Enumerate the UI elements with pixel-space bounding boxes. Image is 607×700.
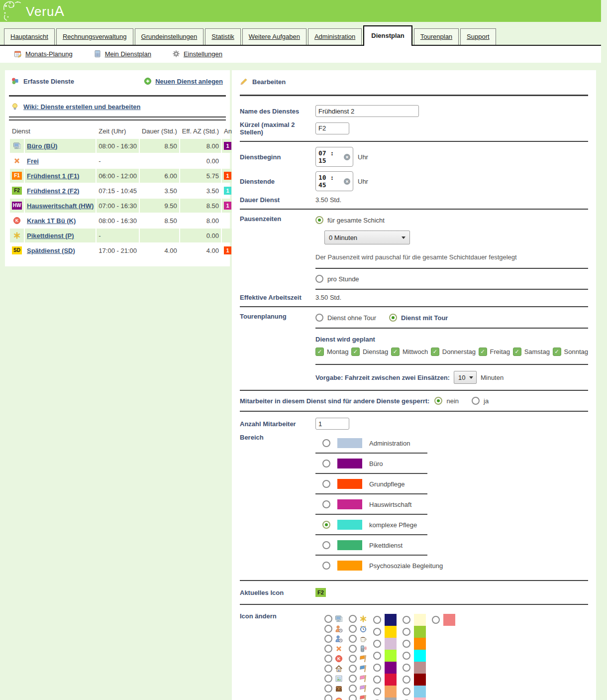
icon-option-row[interactable] — [324, 624, 343, 634]
color-radio[interactable] — [373, 616, 381, 624]
icon-radio[interactable] — [349, 655, 357, 663]
dienstbeginn-input[interactable]: 07 : 15 × — [315, 147, 353, 167]
icon-option-row[interactable] — [324, 664, 343, 674]
icon-option-row[interactable] — [349, 614, 367, 624]
color-radio[interactable] — [373, 640, 381, 648]
icon-radio[interactable] — [349, 695, 357, 700]
service-link[interactable]: Krank 1T Bü (K) — [27, 217, 76, 225]
color-option-row[interactable] — [373, 650, 397, 662]
icon-option-row[interactable] — [324, 694, 343, 700]
color-radio[interactable] — [403, 664, 410, 672]
bereich-option[interactable]: Büro — [315, 454, 588, 473]
weekday-option[interactable]: Donnerstag — [431, 348, 476, 356]
weekday-checkbox[interactable] — [513, 348, 521, 356]
icon-radio[interactable] — [324, 645, 332, 653]
color-option-row[interactable] — [403, 638, 426, 650]
bereich-option[interactable]: Grundpflege — [315, 474, 588, 493]
icon-option-row[interactable] — [324, 674, 343, 684]
color-radio[interactable] — [373, 628, 381, 636]
icon-radio[interactable] — [349, 625, 357, 633]
weekday-option[interactable]: Montag — [315, 348, 348, 356]
subnav-item[interactable]: Einstellungen — [172, 50, 222, 58]
dienstende-input[interactable]: 10 : 45 × — [315, 171, 353, 191]
weekday-checkbox[interactable] — [479, 348, 487, 356]
icon-radio[interactable] — [349, 665, 357, 673]
color-option-row[interactable] — [373, 638, 397, 650]
bereich-radio[interactable] — [322, 439, 330, 447]
weekday-checkbox[interactable] — [431, 348, 439, 356]
pause-gesamte-schicht-radio[interactable] — [315, 216, 323, 224]
color-option-row[interactable] — [403, 614, 426, 626]
icon-option-row[interactable] — [349, 624, 367, 634]
icon-radio[interactable] — [349, 635, 357, 643]
icon-option-row[interactable] — [349, 644, 367, 654]
dienst-mit-tour-radio[interactable] — [389, 314, 397, 322]
bereich-option[interactable]: komplexe Pflege — [315, 515, 588, 534]
weekday-option[interactable]: Dienstag — [351, 348, 388, 356]
main-tab[interactable]: Weitere Aufgaben — [242, 28, 306, 45]
icon-radio[interactable] — [349, 645, 357, 653]
color-radio[interactable] — [373, 676, 381, 684]
color-radio[interactable] — [432, 616, 440, 624]
color-option-row[interactable] — [373, 662, 397, 674]
clear-time-icon[interactable]: × — [344, 154, 350, 160]
bereich-option[interactable]: Administration — [315, 433, 588, 453]
bereich-radio[interactable] — [322, 521, 330, 529]
weekday-option[interactable]: Samstag — [513, 348, 550, 356]
icon-radio[interactable] — [324, 625, 332, 633]
color-option-row[interactable] — [432, 614, 455, 626]
icon-radio[interactable] — [324, 665, 332, 673]
icon-option-row[interactable] — [324, 634, 343, 644]
color-option-row[interactable] — [403, 674, 426, 686]
bereich-radio[interactable] — [322, 562, 330, 570]
color-option-row[interactable] — [403, 650, 426, 662]
fahrzeit-select[interactable]: 10 — [454, 371, 477, 384]
weekday-checkbox[interactable] — [315, 348, 324, 356]
name-input[interactable] — [315, 105, 419, 117]
icon-option-row[interactable] — [349, 694, 367, 700]
color-radio[interactable] — [403, 628, 410, 636]
color-option-row[interactable] — [373, 674, 397, 686]
icon-radio[interactable] — [349, 615, 357, 623]
gesperrt-nein-radio[interactable] — [434, 397, 442, 405]
color-radio[interactable] — [373, 664, 381, 672]
color-option-row[interactable] — [373, 614, 397, 626]
color-radio[interactable] — [403, 640, 410, 648]
wiki-link[interactable]: Wiki: Dienste erstellen und bearbeiten — [23, 103, 140, 111]
weekday-checkbox[interactable] — [351, 348, 360, 356]
subnav-item[interactable]: Monats-Planung — [14, 50, 73, 58]
color-option-row[interactable] — [403, 698, 426, 700]
color-radio[interactable] — [403, 688, 410, 696]
gesperrt-ja-radio[interactable] — [472, 397, 480, 405]
weekday-option[interactable]: Freitag — [479, 348, 510, 356]
bereich-radio[interactable] — [322, 541, 330, 549]
main-tab[interactable]: Rechnungsverwaltung — [56, 28, 133, 45]
icon-radio[interactable] — [324, 695, 332, 700]
anzahl-mitarbeiter-input[interactable] — [315, 418, 349, 430]
main-tab[interactable]: Administration — [308, 28, 362, 45]
icon-option-row[interactable] — [324, 684, 343, 694]
icon-option-row[interactable] — [349, 634, 367, 644]
main-tab[interactable]: Hauptansicht — [4, 28, 55, 45]
icon-radio[interactable] — [324, 675, 332, 683]
service-link[interactable]: Spätdienst (SD) — [27, 247, 75, 254]
icon-radio[interactable] — [324, 635, 332, 643]
weekday-option[interactable]: Sonntag — [553, 348, 588, 356]
color-option-row[interactable] — [403, 662, 426, 674]
color-radio[interactable] — [373, 652, 381, 660]
icon-radio[interactable] — [324, 655, 332, 663]
icon-radio[interactable] — [349, 675, 357, 683]
bereich-radio[interactable] — [322, 480, 330, 488]
new-service-link[interactable]: Neuen Dienst anlegen — [144, 77, 223, 85]
icon-option-row[interactable] — [324, 614, 343, 624]
color-option-row[interactable] — [373, 686, 397, 698]
main-tab[interactable]: Statistik — [205, 28, 241, 45]
bereich-radio[interactable] — [322, 460, 330, 467]
color-radio[interactable] — [403, 676, 410, 684]
main-tab[interactable]: Support — [460, 28, 496, 45]
service-link[interactable]: Frei — [27, 157, 39, 165]
color-radio[interactable] — [373, 688, 381, 696]
icon-option-row[interactable]: K — [324, 654, 343, 664]
icon-option-row[interactable] — [349, 654, 367, 664]
icon-option-row[interactable] — [324, 644, 343, 654]
